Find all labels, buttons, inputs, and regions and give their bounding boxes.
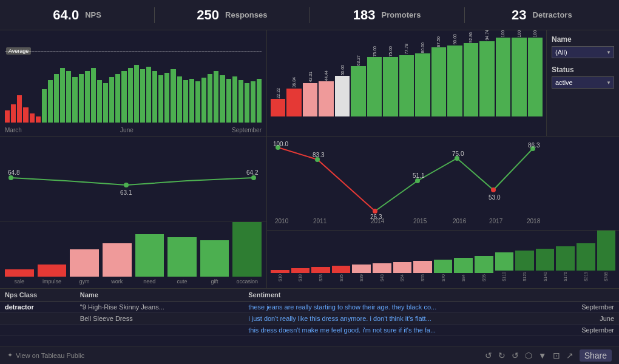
price-bar (291, 268, 310, 273)
price-bars-container: $10$18$28$35$39$43$54$55$70$84$95$110$12… (271, 233, 615, 281)
category-item: gift (200, 240, 229, 285)
price-item: $35 (332, 266, 351, 281)
td-spacer (526, 313, 543, 325)
vbar-label: 50.00 (340, 65, 345, 76)
price-label: $28 (319, 274, 323, 281)
vbar-label: 22.22 (276, 88, 280, 99)
undo-icon[interactable]: ↺ (485, 351, 492, 360)
price-label: $10 (278, 274, 282, 281)
average-line (5, 52, 262, 52)
svg-text:53.0: 53.0 (489, 194, 501, 201)
bar-item (42, 89, 47, 123)
price-item: $110 (495, 252, 514, 281)
price-item: $785$785 (597, 231, 616, 281)
vbar-item: 75.00 (367, 46, 382, 116)
price-label: $55 (421, 274, 425, 281)
price-bar (393, 262, 412, 273)
fullscreen-icon[interactable]: ⊡ (553, 351, 560, 360)
td-name (75, 325, 243, 336)
price-label: $54 (400, 274, 404, 281)
category-label: impulse (42, 278, 61, 285)
svg-point-11 (491, 187, 496, 192)
vbar-item: 87.50 (431, 36, 446, 116)
left-line-chart: 64.8 63.1 64.2 (0, 136, 266, 221)
name-select-wrapper[interactable]: (All) (552, 46, 614, 58)
category-item: work (103, 243, 132, 285)
bar-item (17, 95, 22, 123)
bar-item (245, 83, 249, 123)
reset-icon[interactable]: ↺ (512, 351, 519, 360)
vbar-item: 22.22 (271, 88, 285, 116)
vbar-rect (415, 53, 430, 116)
status-select[interactable]: active (552, 76, 614, 89)
td-date: September (543, 302, 619, 313)
bar-item (140, 69, 145, 123)
vbar-item: 75.00 (383, 46, 397, 116)
td-name: Bell Sleeve Dress (75, 313, 243, 325)
vbar-rect (464, 43, 478, 116)
bar-item (11, 104, 16, 123)
category-label: work (111, 278, 123, 285)
svg-point-2 (251, 175, 256, 180)
vbar-item: 50.00 (335, 65, 350, 116)
detractors-metric: 23 Detractors (465, 7, 619, 23)
tableau-icon: ✦ (7, 351, 13, 359)
price-item: $55 (413, 261, 432, 281)
price-item: $140 (536, 249, 555, 281)
bar-item (121, 71, 126, 123)
vbars-container: 22.2236.8442.3144.4450.0063.2775.0075.00… (271, 38, 543, 116)
col-nps-class: Nps Class (0, 289, 75, 302)
bar-item (171, 69, 175, 123)
svg-text:100.0: 100.0 (273, 141, 288, 147)
right-line-svg: 100.0 83.3 26.3 51.1 75.0 53.0 86.3 2010… (272, 141, 551, 223)
nps-value: 64.0 (53, 7, 79, 23)
tableau-link[interactable]: ✦ View on Tableau Public (7, 351, 84, 359)
bar-item (177, 76, 182, 123)
vbar-chart: 22.2236.8442.3144.4450.0063.2775.0075.00… (267, 30, 546, 136)
bar-item (36, 116, 41, 123)
vbar-label: 80.00 (421, 42, 425, 53)
svg-text:83.3: 83.3 (313, 152, 325, 158)
pause-icon[interactable]: ⬡ (525, 351, 532, 360)
vbar-item: 92.86 (464, 32, 478, 116)
bar-item (5, 110, 10, 123)
bar-item (214, 71, 218, 123)
vbar-label: 42.31 (308, 72, 313, 83)
status-select-wrapper[interactable]: active (552, 76, 614, 89)
tableau-link-text[interactable]: View on Tableau Public (16, 352, 84, 359)
price-item: $84 (454, 258, 473, 281)
price-bar (373, 263, 391, 273)
share-button[interactable]: Share (580, 349, 612, 362)
price-label: $219 (584, 272, 588, 281)
price-item: $39 (352, 265, 371, 281)
bar-chart-area: Average March June September (0, 30, 266, 136)
bar-item (257, 79, 262, 123)
bar-item (60, 68, 65, 123)
dropdown-icon[interactable]: ▼ (538, 351, 547, 360)
svg-text:2010: 2010 (275, 218, 289, 224)
bar-item (183, 80, 188, 123)
price-bar (352, 265, 371, 273)
vbar-rect (367, 57, 382, 116)
table-row: detractor"9 High-Rise Skinny Jeans...the… (0, 302, 619, 313)
svg-point-8 (373, 209, 377, 214)
bar-item (23, 107, 28, 123)
price-item: $10 (271, 270, 289, 281)
bar-item (232, 76, 237, 123)
name-select[interactable]: (All) (552, 46, 614, 58)
redo-icon[interactable]: ↻ (498, 351, 506, 360)
share-icon[interactable]: ↗ (566, 351, 573, 360)
detractors-value: 23 (512, 7, 526, 23)
bars-container (5, 38, 262, 123)
vbar-item: 100.00 (496, 30, 510, 116)
category-bar (38, 265, 67, 277)
svg-point-1 (124, 183, 129, 187)
table-row: Bell Sleeve Dressi just don't really lik… (0, 313, 619, 325)
svg-text:51.1: 51.1 (413, 172, 425, 179)
bar-item (208, 74, 212, 123)
dashboard: 64.0 NPS 250 Responses 183 Promoters 23 … (0, 0, 619, 364)
price-bar (577, 243, 595, 271)
svg-text:2016: 2016 (453, 218, 467, 224)
vbar-label: 90.00 (453, 34, 457, 45)
category-label: cute (177, 278, 187, 285)
